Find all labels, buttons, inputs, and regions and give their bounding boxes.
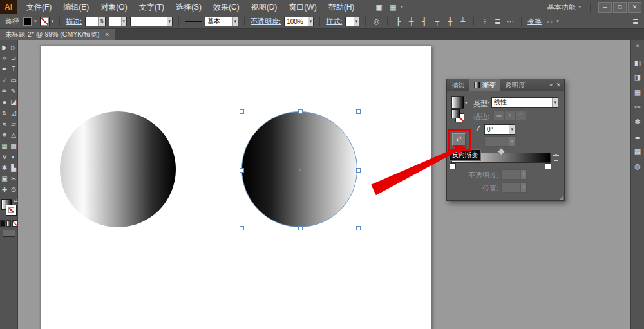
- color-panel-icon[interactable]: ◧: [632, 57, 643, 68]
- pen-tool[interactable]: ✒: [1, 64, 9, 75]
- eyedropper-tool[interactable]: ∇: [1, 151, 9, 162]
- selection-handle[interactable]: [240, 226, 244, 230]
- align-bottom-icon[interactable]: ┷: [458, 17, 468, 26]
- lasso-tool[interactable]: ⊃: [10, 53, 18, 64]
- tab-close-icon[interactable]: ✕: [105, 32, 110, 38]
- delete-stop-icon[interactable]: [552, 153, 560, 162]
- width-tool[interactable]: ≈: [1, 118, 9, 129]
- document-tab[interactable]: 未标题-2* @ 99% (CMYK/预览) ✕: [0, 29, 115, 40]
- tab-transparency[interactable]: 透明度: [500, 79, 530, 91]
- tab-stroke[interactable]: 描边: [447, 79, 469, 91]
- gradient-fill-proxy[interactable]: [451, 109, 460, 118]
- brush-definition-dropdown[interactable]: ▾: [130, 17, 173, 26]
- gradient-panel-icon[interactable]: ▩: [632, 146, 643, 157]
- panel-resize-grip[interactable]: ◢: [560, 194, 564, 200]
- swap-fill-stroke-icon[interactable]: ⇄: [14, 198, 18, 203]
- panel-collapse-icon[interactable]: «: [549, 82, 553, 88]
- selection-handle[interactable]: [356, 168, 361, 173]
- distribute-h-icon[interactable]: ⋯: [506, 17, 515, 26]
- gradient-tool[interactable]: ▩: [10, 140, 18, 151]
- menu-effect[interactable]: 效果(C): [207, 0, 245, 14]
- free-transform-tool[interactable]: ▱: [10, 118, 18, 129]
- style-dropdown[interactable]: ▾: [345, 17, 359, 26]
- selection-tool[interactable]: ▶: [1, 42, 9, 53]
- stepper-arrows-icon[interactable]: ⇅: [98, 17, 105, 26]
- stroke-proxy[interactable]: [6, 205, 17, 216]
- control-panel-menu-icon[interactable]: ≣: [630, 17, 640, 26]
- stroke-panel-icon[interactable]: ≣: [632, 131, 643, 142]
- direct-selection-tool[interactable]: ▷: [10, 42, 18, 53]
- transparency-panel-icon[interactable]: ◍: [632, 161, 643, 172]
- screen-mode-button[interactable]: [3, 230, 15, 237]
- caret-icon[interactable]: ▾: [465, 100, 468, 106]
- gradient-stop-left[interactable]: [450, 163, 456, 169]
- type-tool[interactable]: T: [10, 64, 18, 75]
- menu-edit[interactable]: 编辑(E): [57, 0, 95, 14]
- panel-close-icon[interactable]: ✕: [556, 82, 561, 88]
- stroke-gradient-along-button[interactable]: ◖: [504, 110, 515, 120]
- zoom-tool[interactable]: ⊙: [10, 184, 18, 195]
- slice-tool[interactable]: ✂: [10, 173, 18, 184]
- gradient-circle-original[interactable]: [60, 111, 176, 227]
- hand-tool[interactable]: ✚: [1, 184, 9, 195]
- selection-handle[interactable]: [298, 109, 303, 114]
- selection-handle[interactable]: [356, 226, 361, 230]
- align-hcenter-icon[interactable]: ┼: [406, 17, 416, 25]
- rectangle-tool[interactable]: ▭: [10, 75, 18, 86]
- opacity-link[interactable]: 不透明度:: [251, 17, 281, 26]
- eraser-tool[interactable]: ◪: [10, 97, 18, 108]
- magic-wand-tool[interactable]: ✧: [1, 53, 9, 64]
- minimize-button[interactable]: ─: [598, 2, 612, 13]
- stroke-color-swatch[interactable]: [40, 17, 50, 26]
- color-guide-panel-icon[interactable]: ◨: [632, 72, 643, 83]
- perspective-grid-tool[interactable]: △: [10, 129, 18, 140]
- color-mode-button[interactable]: [0, 220, 5, 227]
- menu-help[interactable]: 帮助(H): [323, 0, 361, 14]
- stroke-gradient-within-button[interactable]: ▬: [493, 110, 504, 120]
- distribute-c-icon[interactable]: ≣: [493, 17, 502, 26]
- rotate-tool[interactable]: ↻: [1, 108, 9, 118]
- blend-tool[interactable]: ◐: [10, 151, 18, 162]
- selection-handle[interactable]: [240, 168, 244, 173]
- symbol-sprayer-tool[interactable]: ✽: [1, 162, 9, 173]
- tab-gradient[interactable]: 渐变: [469, 79, 500, 91]
- gradient-mode-button[interactable]: [6, 220, 12, 227]
- selection-handle[interactable]: [298, 226, 303, 230]
- stroke-gradient-across-button[interactable]: ◠: [515, 110, 526, 120]
- column-graph-tool[interactable]: ▙: [10, 162, 18, 173]
- paintbrush-tool[interactable]: ✏: [1, 86, 9, 97]
- menu-type[interactable]: 文字(T): [133, 0, 170, 14]
- arrange-documents-icon[interactable]: ▦: [386, 3, 400, 12]
- stroke-weight-link[interactable]: 描边:: [66, 17, 82, 26]
- width-profile-dropdown[interactable]: ▾: [109, 17, 127, 26]
- symbols-panel-icon[interactable]: ✽: [632, 117, 643, 127]
- align-right-icon[interactable]: ┨: [419, 17, 429, 26]
- line-segment-tool[interactable]: ∕: [1, 75, 9, 86]
- workspace-switcher[interactable]: 基本功能 ▾: [540, 3, 587, 12]
- selection-handle[interactable]: [356, 109, 361, 114]
- restore-button[interactable]: □: [613, 2, 627, 13]
- pencil-tool[interactable]: ✎: [10, 86, 18, 97]
- style-link[interactable]: 样式:: [326, 17, 342, 26]
- distribute-v-icon[interactable]: ⋮: [480, 17, 489, 26]
- none-mode-button[interactable]: [12, 220, 17, 227]
- free-transform-icon[interactable]: ▱: [545, 17, 554, 26]
- stroke-weight-stepper[interactable]: ⇅: [85, 17, 106, 26]
- brush-basic-dropdown[interactable]: 基本 ▾: [205, 17, 238, 26]
- gradient-type-dropdown[interactable]: 线性 ▾: [491, 97, 558, 108]
- transform-link[interactable]: 变换: [527, 17, 542, 26]
- gradient-stop-right[interactable]: [545, 163, 551, 169]
- shape-builder-tool[interactable]: ❖: [1, 129, 9, 140]
- gradient-thumbnail[interactable]: [451, 96, 464, 109]
- swatches-panel-icon[interactable]: ▦: [632, 87, 643, 98]
- mesh-tool[interactable]: ▦: [1, 140, 9, 151]
- fill-color-swatch[interactable]: [23, 17, 32, 26]
- menu-window[interactable]: 窗口(W): [283, 0, 322, 14]
- menu-object[interactable]: 对象(O): [95, 0, 133, 14]
- close-button[interactable]: ✕: [628, 2, 641, 13]
- align-top-icon[interactable]: ┯: [432, 17, 442, 26]
- angle-dropdown[interactable]: 0° ▾: [484, 124, 515, 135]
- selection-handle[interactable]: [240, 109, 244, 114]
- align-vcenter-icon[interactable]: ╂: [445, 17, 455, 26]
- scale-tool[interactable]: ◿: [10, 108, 18, 118]
